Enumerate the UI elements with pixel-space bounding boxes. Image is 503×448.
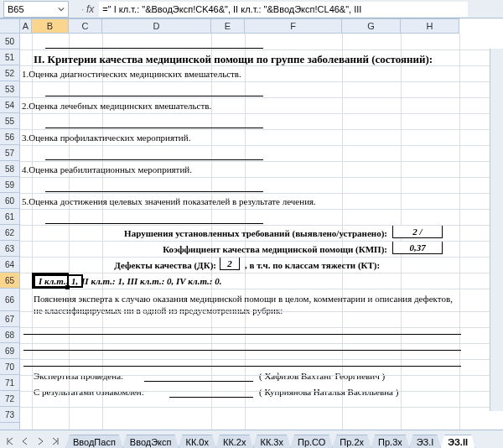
underline <box>45 223 263 224</box>
underline <box>144 381 253 382</box>
row-header[interactable]: 55 <box>0 113 19 129</box>
sheet-tab[interactable]: Пр.СО <box>290 435 333 448</box>
col-header-A[interactable]: A <box>20 19 32 33</box>
col-header-D[interactable]: D <box>102 19 211 33</box>
kmp-value: 0,37 <box>392 241 443 254</box>
sheet-tab[interactable]: Пр.2х <box>332 435 371 448</box>
row-header[interactable]: 56 <box>0 129 19 145</box>
tab-nav-buttons <box>0 435 65 448</box>
col-header-E[interactable]: E <box>211 19 245 33</box>
select-all-corner[interactable] <box>0 18 20 34</box>
item-4: 4.Оценка реабилитационных мероприятий. <box>22 163 192 175</box>
row-header[interactable]: 62 <box>0 225 19 241</box>
sheet-tabs-bar: ВводПасп ВводЭксп КК.0х КК.2х КК.3х Пр.С… <box>0 430 503 448</box>
sheet-tab[interactable]: КК.2х <box>215 435 254 448</box>
row-header[interactable]: 67 <box>0 311 19 327</box>
underline <box>45 191 263 192</box>
defects-tail: , в т.ч. по классам тяжести (КТ): <box>245 258 380 270</box>
item-1: 1.Оценка диагностических медицинских вме… <box>22 67 241 79</box>
active-cell-text-part1: I кл.т.: 1, <box>34 274 83 288</box>
cell-reference-text: B65 <box>8 4 24 14</box>
sheet-tab[interactable]: ЭЗ.I <box>409 435 442 448</box>
row-header[interactable]: 54 <box>0 97 19 113</box>
sheet-tab[interactable]: ВводПасп <box>65 435 123 448</box>
defects-label: Дефекты качества (ДК): <box>107 258 216 270</box>
row-header[interactable]: 63 <box>0 241 19 257</box>
sheet-tab[interactable]: ВводЭксп <box>122 435 179 448</box>
formula-input[interactable] <box>99 2 468 17</box>
row-header[interactable]: 65 <box>0 273 19 289</box>
tab-prev-icon[interactable] <box>18 435 32 448</box>
item-5: 5.Оценка достижения целевых значений пок… <box>22 195 316 206</box>
underline <box>169 397 253 398</box>
cell-reference-box[interactable]: B65 <box>3 1 69 18</box>
class-breakdown: I кл.т.: 1, II кл.т.: 1, III кл.т.: 0, I… <box>34 274 222 286</box>
col-header-B[interactable]: B <box>32 19 69 33</box>
underline <box>45 48 263 49</box>
chevron-down-icon[interactable] <box>58 4 65 14</box>
row-header[interactable]: 68 <box>0 327 19 343</box>
row-header[interactable]: 51 <box>0 49 19 65</box>
active-cell-text-part2: II кл.т.: 1, III кл.т.: 0, IV кл.т.: 0. <box>81 276 221 286</box>
col-header-G[interactable]: G <box>342 19 401 33</box>
explanation-text: Пояснения эксперта к случаю оказания мед… <box>34 291 461 316</box>
sheet-tab-selected[interactable]: ЭЗ.II <box>440 435 475 448</box>
row-header[interactable]: 52 <box>0 65 19 81</box>
defects-value: 2 <box>220 257 240 270</box>
formula-area: · fx <box>79 2 468 17</box>
violations-label: Нарушения установленных требований (выяв… <box>102 227 387 238</box>
sheet-tab[interactable]: КК.0х <box>179 435 217 448</box>
formula-bar: B65 · fx <box>0 0 503 18</box>
row-header[interactable]: 61 <box>0 209 19 225</box>
row-header[interactable]: 73 <box>0 407 19 423</box>
underline <box>45 96 263 96</box>
row-header[interactable]: 58 <box>0 161 19 177</box>
row-header[interactable]: 53 <box>0 81 19 97</box>
tab-next-icon[interactable] <box>34 435 47 448</box>
fx-icon[interactable]: fx <box>86 3 94 15</box>
sheet-tab[interactable]: КК.3х <box>253 435 292 448</box>
row-header[interactable]: 66 <box>0 289 19 311</box>
tab-last-icon[interactable] <box>49 435 62 448</box>
sheet-tab[interactable]: Пр.3х <box>371 435 410 448</box>
row-header[interactable]: 50 <box>0 34 19 49</box>
kmp-label: Коэффициент качества медицинской помощи … <box>129 242 387 254</box>
row-header[interactable]: 57 <box>0 145 19 161</box>
formula-cancel-icon: · <box>79 4 86 14</box>
row-header[interactable]: 69 <box>0 343 19 359</box>
row-header[interactable]: 72 <box>0 391 19 407</box>
row-header[interactable]: 64 <box>0 257 19 273</box>
col-header-C[interactable]: C <box>69 19 102 33</box>
underline <box>23 350 461 351</box>
row-header[interactable]: 59 <box>0 177 19 193</box>
row-header[interactable]: 60 <box>0 193 19 209</box>
row-header[interactable]: 70 <box>0 359 19 375</box>
vertical-scrollbar[interactable] <box>490 49 503 411</box>
underline <box>45 128 263 128</box>
column-headers: A B C D E F G H <box>20 18 459 34</box>
grid-header-row: A B C D E F G H <box>0 18 503 34</box>
underline <box>45 159 263 160</box>
col-header-H[interactable]: H <box>401 19 459 33</box>
section-title: II. Критерии качества медицинской помощи… <box>34 51 486 66</box>
grid-body[interactable]: II. Критерии качества медицинской помощи… <box>20 34 503 430</box>
row-header[interactable]: 71 <box>0 375 19 391</box>
underline <box>23 366 461 367</box>
item-2: 2.Оценка лечебных медицинских вмешательс… <box>22 99 211 111</box>
item-3: 3.Оценка профилактических мероприятий. <box>22 131 190 143</box>
row-headers: 50 51 52 53 54 55 56 57 58 59 60 61 62 6… <box>0 34 20 430</box>
underline <box>23 334 461 335</box>
tab-first-icon[interactable] <box>3 435 17 448</box>
violations-value: 2 / <box>392 225 443 238</box>
col-header-F[interactable]: F <box>245 19 342 33</box>
